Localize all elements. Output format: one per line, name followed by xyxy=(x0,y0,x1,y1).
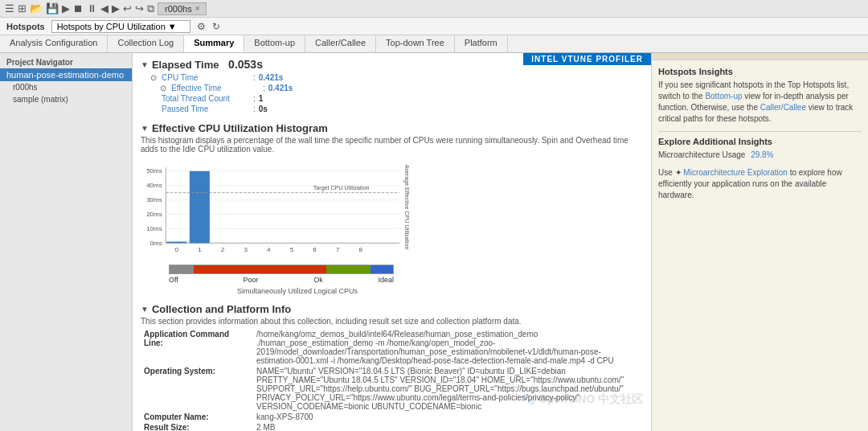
sidebar-item-sample-matrix[interactable]: sample (matrix) xyxy=(0,93,132,105)
table-row: Result Size: 2 MB xyxy=(141,422,643,431)
hotspots-insights-text: If you see significant hotspots in the T… xyxy=(658,80,862,125)
microarch-label: Microarchitecture Usage xyxy=(658,150,745,159)
top-toolbar: ☰ ⊞ 📂 💾 ▶ ⏹ ⏸ ◀ ▶ ↩ ↪ ⧉ r000hs × xyxy=(0,0,868,18)
svg-text:10ms: 10ms xyxy=(146,225,162,232)
cpu-time-value: 0.421s xyxy=(259,73,284,82)
collection-collapse-icon[interactable]: ▼ xyxy=(141,305,149,314)
cmd-line-label: Application Command Line: xyxy=(141,329,253,366)
tab-caller-callee[interactable]: Caller/Callee xyxy=(305,35,376,52)
stop-icon[interactable]: ⏹ xyxy=(73,2,84,14)
sidebar-item-r000hs[interactable]: r000hs xyxy=(0,81,132,93)
refresh-icon[interactable]: ↻ xyxy=(212,21,220,32)
undo-icon[interactable]: ↩ xyxy=(123,2,132,14)
tab-top-down-tree[interactable]: Top-down Tree xyxy=(376,35,455,52)
svg-text:7: 7 xyxy=(336,246,340,253)
histogram-section: ▼ Effective CPU Utilization Histogram Th… xyxy=(141,122,643,295)
svg-text:1: 1 xyxy=(198,246,202,253)
cpu-time-label: CPU Time xyxy=(162,73,250,82)
close-icon[interactable]: × xyxy=(195,4,200,13)
paused-time-value: 0s xyxy=(259,105,268,113)
insights-panel-header xyxy=(652,53,868,60)
prog-label-ideal: Ideal xyxy=(378,276,394,284)
tab-collection-log[interactable]: Collection Log xyxy=(108,35,184,52)
elapsed-collapse-icon[interactable]: ▼ xyxy=(141,60,149,69)
table-row: Application Command Line: /home/kang/omz… xyxy=(141,329,643,366)
intel-banner: INTEL VTUNE PROFILER xyxy=(523,53,651,65)
cmd-line-value: /home/kang/omz_demos_build/intel64/Relea… xyxy=(253,329,643,366)
table-row: Computer Name: kang-XPS-8700 xyxy=(141,412,643,422)
redo-icon[interactable]: ↪ xyxy=(135,2,144,14)
prog-off xyxy=(170,265,194,273)
tab-summary[interactable]: Summary xyxy=(184,35,244,52)
dropdown-label: Hotspots by CPU Utilization xyxy=(57,22,166,31)
result-tab[interactable]: r000hs × xyxy=(158,2,207,15)
paused-time-row: Paused Time : 0s xyxy=(141,104,643,114)
thread-count-value: 1 xyxy=(259,94,264,103)
result-size-label: Result Size: xyxy=(141,422,253,431)
computer-name-label: Computer Name: xyxy=(141,412,253,422)
svg-text:Average Effective CPU Utilizat: Average Effective CPU Utilization xyxy=(403,165,410,250)
pause-icon[interactable]: ⏸ xyxy=(87,2,97,14)
insights-divider xyxy=(658,131,862,132)
thread-count-row: Total Thread Count : 1 xyxy=(141,93,643,104)
tab-platform[interactable]: Platform xyxy=(455,35,508,52)
explore-text1: Use ✦ xyxy=(658,168,683,177)
histogram-title: Effective CPU Utilization Histogram xyxy=(152,122,328,134)
prog-ok xyxy=(326,265,371,273)
hotspots-insights-title: Hotspots Insights xyxy=(658,67,862,76)
svg-text:20ms: 20ms xyxy=(146,211,162,218)
insights-panel: Hotspots Insights If you see significant… xyxy=(651,53,868,431)
microarch-exploration-link[interactable]: Microarchitecture Exploration xyxy=(683,168,788,177)
copy-icon[interactable]: ⧉ xyxy=(147,2,154,15)
open-icon[interactable]: 📂 xyxy=(30,2,43,14)
os-value: NAME="Ubuntu" VERSION="18.04.5 LTS (Bion… xyxy=(253,366,643,412)
svg-rect-14 xyxy=(190,171,210,243)
dropdown-arrow-icon: ▼ xyxy=(168,22,177,31)
effective-time-label: Effective Time xyxy=(171,84,260,92)
bottom-up-link[interactable]: Bottom-up xyxy=(705,92,742,101)
prog-ideal xyxy=(371,265,393,273)
tab-name: r000hs xyxy=(165,4,192,14)
svg-text:8: 8 xyxy=(359,246,363,253)
svg-text:Target CPU Utilization: Target CPU Utilization xyxy=(313,185,370,191)
menu-icon[interactable]: ☰ xyxy=(5,2,14,14)
svg-text:30ms: 30ms xyxy=(146,196,162,203)
svg-text:0ms: 0ms xyxy=(150,240,162,247)
prog-poor xyxy=(194,265,326,273)
content-area: INTEL VTUNE PROFILER ▼ Elapsed Time 0.05… xyxy=(133,53,651,431)
play-icon[interactable]: ▶ xyxy=(62,2,70,14)
paused-time-label: Paused Time xyxy=(162,105,250,113)
secondary-toolbar: Hotspots Hotspots by CPU Utilization ▼ ⚙… xyxy=(0,18,868,35)
settings-icon[interactable]: ⚙ xyxy=(197,21,206,32)
svg-text:4: 4 xyxy=(267,246,271,253)
sidebar-item-human-pose[interactable]: human-pose-estimation-demo xyxy=(0,68,132,81)
microarch-value: 29.8% xyxy=(751,150,773,159)
elapsed-time-title: Elapsed Time 0.053s xyxy=(152,58,263,71)
svg-text:40ms: 40ms xyxy=(146,182,162,189)
tab-bottom-up[interactable]: Bottom-up xyxy=(244,35,305,52)
tab-analysis-configuration[interactable]: Analysis Configuration xyxy=(0,35,108,52)
explore-insights-title: Explore Additional Insights xyxy=(658,137,862,146)
forward-icon[interactable]: ▶ xyxy=(112,2,120,14)
caller-callee-link[interactable]: Caller/Callee xyxy=(760,103,806,112)
analysis-dropdown[interactable]: Hotspots by CPU Utilization ▼ xyxy=(51,20,190,33)
hotspots-label: Hotspots xyxy=(6,22,45,31)
main-area: Project Navigator human-pose-estimation-… xyxy=(0,53,868,431)
new-icon[interactable]: ⊞ xyxy=(18,2,27,14)
prog-label-poor: Poor xyxy=(244,276,259,284)
svg-text:0: 0 xyxy=(174,246,178,253)
back-icon[interactable]: ◀ xyxy=(100,2,108,14)
prog-label-ok: Ok xyxy=(313,276,323,284)
collection-section: ▼ Collection and Platform Info This sect… xyxy=(141,303,643,431)
os-label: Operating System: xyxy=(141,366,253,412)
save-icon[interactable]: 💾 xyxy=(46,2,59,14)
utilization-progress-bar: Off Poor Ok Ideal xyxy=(169,265,446,284)
microarch-row: Microarchitecture Usage 29.8% xyxy=(658,150,862,161)
sidebar-title: Project Navigator xyxy=(0,56,132,68)
thread-count-label: Total Thread Count xyxy=(162,94,250,103)
table-row: Operating System: NAME="Ubuntu" VERSION=… xyxy=(141,366,643,412)
histogram-description: This histogram displays a percentage of … xyxy=(141,136,643,154)
collection-description: This section provides information about … xyxy=(141,317,643,326)
svg-rect-13 xyxy=(166,241,186,243)
histogram-collapse-icon[interactable]: ▼ xyxy=(141,124,149,133)
